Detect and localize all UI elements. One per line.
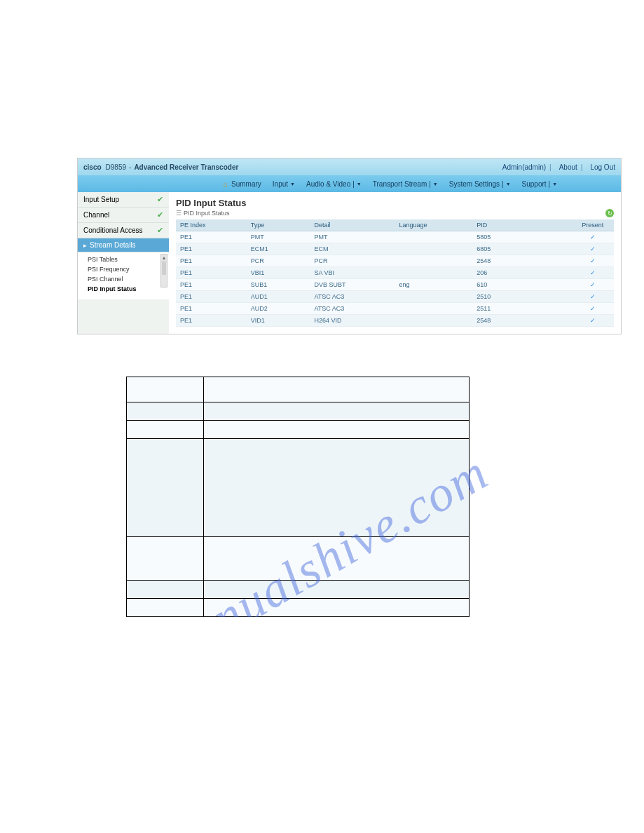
separator: | <box>549 163 551 171</box>
about-link[interactable]: About <box>559 163 577 171</box>
cell-language <box>395 231 472 243</box>
cell-pe: PE1 <box>176 243 247 255</box>
cell-pe: PE1 <box>176 303 247 315</box>
separator: | <box>581 163 583 171</box>
cell-pe: PE1 <box>176 291 247 303</box>
home-icon: ⌂ <box>224 180 228 188</box>
nav-support-label: Support <box>522 180 547 188</box>
cell-language <box>395 255 472 267</box>
nav-transport[interactable]: Transport Stream | ▼ <box>367 180 444 188</box>
brand-logo: cisco <box>83 163 102 171</box>
table-row <box>127 599 470 617</box>
table-row[interactable]: PE1VBI1SA VBI206✓ <box>176 267 614 279</box>
product-code: D9859 <box>106 163 126 171</box>
cell-detail: SA VBI <box>310 267 395 279</box>
cell-type: VID1 <box>247 315 310 327</box>
nav-input[interactable]: Input ▼ <box>267 180 301 188</box>
sub-psi-frequency[interactable]: PSI Frequency <box>88 264 169 274</box>
col-present[interactable]: Present <box>571 219 614 231</box>
pipe: | <box>502 180 504 188</box>
cell-pid: 6805 <box>472 243 571 255</box>
table-row[interactable]: PE1AUD1ATSC AC32510✓ <box>176 291 614 303</box>
scroll-thumb[interactable] <box>162 262 166 275</box>
table-row <box>127 537 470 581</box>
sub-psi-channel[interactable]: PSI Channel <box>88 274 169 284</box>
col-pid[interactable]: PID <box>472 219 571 231</box>
cell-pe: PE1 <box>176 267 247 279</box>
table-row <box>127 402 470 421</box>
nav-audio-video-label: Audio & Video <box>306 180 350 188</box>
cell-detail: ECM <box>310 243 395 255</box>
doc-table <box>126 377 470 617</box>
table-row[interactable]: PE1PCRPCR2548✓ <box>176 255 614 267</box>
sidebar-channel[interactable]: Channel ✔ <box>78 208 169 223</box>
table-row <box>127 581 470 599</box>
check-icon: ✔ <box>157 210 163 219</box>
table-row[interactable]: PE1AUD2ATSC AC32511✓ <box>176 303 614 315</box>
cell-type: ECM1 <box>247 243 310 255</box>
cell-detail: ATSC AC3 <box>310 303 395 315</box>
pid-table: PE Index Type Detail Language PID Presen… <box>176 219 614 327</box>
table-row[interactable]: PE1PMTPMT5805✓ <box>176 231 614 243</box>
pipe: | <box>429 180 431 188</box>
caret-down-icon: ▼ <box>433 182 438 187</box>
cell-pe: PE1 <box>176 231 247 243</box>
cell-present: ✓ <box>571 279 614 291</box>
nav-support[interactable]: Support | ▼ <box>516 180 563 188</box>
sub-psi-tables[interactable]: PSI Tables <box>88 255 169 264</box>
cell-language: eng <box>395 279 472 291</box>
cell-pid: 2548 <box>472 315 571 327</box>
cell-pe: PE1 <box>176 279 247 291</box>
sidebar: Input Setup ✔ Channel ✔ Conditional Acce… <box>78 192 169 334</box>
table-row[interactable]: PE1VID1H264 VID2548✓ <box>176 315 614 327</box>
logout-link[interactable]: Log Out <box>590 163 615 171</box>
cell-type: SUB1 <box>247 279 310 291</box>
cell-type: VBI1 <box>247 267 310 279</box>
content-pane: PID Input Status ☰ PID Input Status ↻ PE… <box>169 192 621 334</box>
sidebar-input-setup-label: Input Setup <box>83 196 119 203</box>
cell-present: ✓ <box>571 291 614 303</box>
sidebar-stream-details-label: Stream Details <box>90 241 163 249</box>
header-bar: cisco D9859 - Advanced Receiver Transcod… <box>78 158 621 175</box>
user-link[interactable]: Admin(admin) <box>502 163 546 171</box>
cell-present: ✓ <box>571 231 614 243</box>
caret-down-icon: ▼ <box>506 182 511 187</box>
sidebar-submenu: PSI Tables PSI Frequency PSI Channel PID… <box>78 252 169 299</box>
col-pe-index[interactable]: PE Index <box>176 219 247 231</box>
cell-language <box>395 315 472 327</box>
table-header-row: PE Index Type Detail Language PID Presen… <box>176 219 614 231</box>
cell-present: ✓ <box>571 243 614 255</box>
sidebar-channel-label: Channel <box>83 211 109 219</box>
nav-transport-label: Transport Stream <box>373 180 427 188</box>
caret-down-icon: ▼ <box>357 182 362 187</box>
sidebar-conditional-access[interactable]: Conditional Access ✔ <box>78 223 169 238</box>
scrollbar[interactable]: ▲ <box>160 254 167 287</box>
col-type[interactable]: Type <box>247 219 310 231</box>
check-icon: ✔ <box>157 226 163 235</box>
scroll-up-icon[interactable]: ▲ <box>161 255 167 262</box>
col-detail[interactable]: Detail <box>310 219 395 231</box>
sidebar-stream-details[interactable]: ▸ Stream Details <box>78 238 169 252</box>
cell-pid: 610 <box>472 279 571 291</box>
col-language[interactable]: Language <box>395 219 472 231</box>
nav-system[interactable]: System Settings | ▼ <box>444 180 516 188</box>
sub-pid-input-status[interactable]: PID Input Status <box>88 284 169 294</box>
table-row[interactable]: PE1SUB1DVB SUBTeng610✓ <box>176 279 614 291</box>
arrow-right-icon: ▸ <box>83 242 87 249</box>
cell-language <box>395 303 472 315</box>
sidebar-input-setup[interactable]: Input Setup ✔ <box>78 192 169 208</box>
pipe: | <box>549 180 551 188</box>
cell-type: AUD1 <box>247 291 310 303</box>
refresh-icon[interactable]: ↻ <box>605 209 614 217</box>
cell-language <box>395 267 472 279</box>
list-icon: ☰ <box>176 210 181 217</box>
table-row[interactable]: PE1ECM1ECM6805✓ <box>176 243 614 255</box>
cell-detail: ATSC AC3 <box>310 291 395 303</box>
pipe: | <box>352 180 355 188</box>
product-title: Advanced Receiver Transcoder <box>134 163 238 171</box>
app-window: cisco D9859 - Advanced Receiver Transcod… <box>77 158 622 334</box>
nav-audio-video[interactable]: Audio & Video | ▼ <box>301 180 367 188</box>
nav-summary[interactable]: ⌂ Summary <box>218 180 267 188</box>
cell-detail: DVB SUBT <box>310 279 395 291</box>
cell-pid: 2548 <box>472 255 571 267</box>
